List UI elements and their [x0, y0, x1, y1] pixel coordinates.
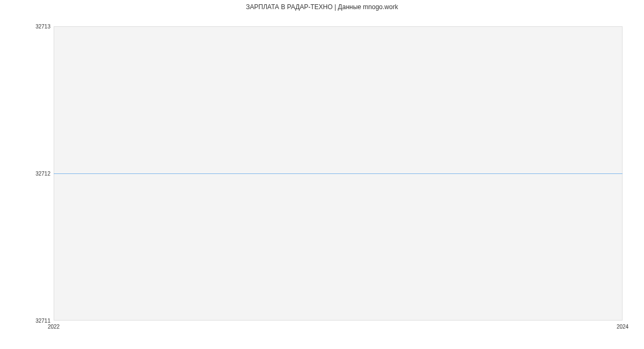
x-tick-2024: 2024	[617, 324, 628, 330]
chart-title: ЗАРПЛАТА В РАДАР-ТЕХНО | Данные mnogo.wo…	[0, 3, 644, 11]
x-tick-2022: 2022	[48, 324, 60, 330]
series-salary	[54, 173, 623, 174]
y-tick-32712: 32712	[35, 171, 50, 177]
y-tick-32713: 32713	[35, 24, 50, 30]
y-tick-32711: 32711	[35, 318, 50, 324]
